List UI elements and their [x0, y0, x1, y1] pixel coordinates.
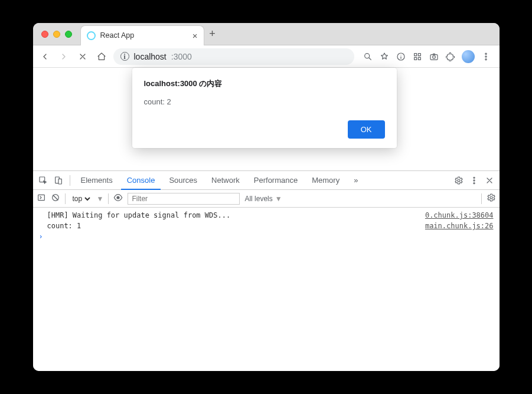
log-levels-select[interactable]: All levels ▼ [244, 195, 282, 203]
settings-icon[interactable] [452, 174, 465, 187]
extensions-icon[interactable] [445, 51, 456, 62]
url-port: :3000 [171, 52, 192, 61]
console-sidebar-toggle-icon[interactable] [37, 193, 46, 204]
svg-point-8 [485, 55, 486, 57]
url-host: localhost [134, 52, 167, 61]
extension-info-icon[interactable] [396, 51, 406, 62]
svg-point-7 [485, 53, 486, 54]
page-content: localhost:3000 の内容 count: 2 OK [33, 68, 500, 170]
close-window-button[interactable] [41, 31, 48, 38]
svg-point-13 [458, 179, 460, 182]
traffic-lights [33, 31, 80, 38]
tab-memory[interactable]: Memory [306, 171, 345, 190]
svg-rect-4 [414, 57, 416, 60]
react-favicon-icon [87, 31, 96, 40]
log-row: count: 1 main.chunk.js:26 [33, 221, 500, 231]
svg-point-14 [473, 177, 474, 178]
alert-dialog: localhost:3000 の内容 count: 2 OK [132, 68, 397, 148]
devtools-menu-icon[interactable] [468, 174, 481, 187]
tab-sources[interactable]: Sources [163, 171, 203, 190]
devtools-close-icon[interactable] [483, 174, 496, 187]
address-bar[interactable]: i localhost:3000 [113, 48, 354, 65]
console-settings-icon[interactable] [487, 193, 496, 204]
tab-network[interactable]: Network [205, 171, 246, 190]
device-toggle-icon[interactable] [52, 174, 65, 187]
camera-icon[interactable] [429, 51, 439, 62]
stop-button[interactable] [76, 50, 90, 64]
back-button[interactable] [38, 50, 52, 64]
svg-point-6 [432, 55, 435, 58]
console-toolbar: top ▼ All levels ▼ [33, 190, 500, 208]
qr-icon[interactable] [412, 51, 423, 62]
log-row: [HMR] Waiting for update signal from WDS… [33, 210, 500, 221]
toolbar-right [359, 50, 495, 63]
live-expression-icon[interactable] [113, 193, 123, 204]
console-prompt[interactable]: › [33, 231, 500, 242]
svg-point-15 [473, 179, 474, 180]
filter-input[interactable] [128, 193, 240, 205]
svg-point-20 [490, 196, 492, 199]
tab-elements[interactable]: Elements [75, 171, 119, 190]
maximize-window-button[interactable] [65, 31, 72, 38]
devtools-tabs: Elements Console Sources Network Perform… [33, 171, 500, 190]
context-select[interactable]: top [70, 192, 92, 205]
inspect-icon[interactable] [37, 174, 50, 187]
log-message: count: 1 [47, 222, 425, 230]
svg-rect-2 [414, 53, 416, 55]
devtools-panel: Elements Console Sources Network Perform… [33, 170, 500, 371]
ok-button[interactable]: OK [348, 120, 385, 139]
browser-tab[interactable]: React App × [80, 25, 204, 45]
log-source-link[interactable]: main.chunk.js:26 [425, 222, 494, 230]
new-tab-button[interactable]: + [204, 28, 221, 40]
svg-point-19 [117, 196, 119, 199]
tab-console[interactable]: Console [121, 171, 161, 190]
bookmark-icon[interactable] [379, 51, 390, 62]
tab-more[interactable]: » [348, 171, 364, 190]
clear-console-icon[interactable] [51, 193, 60, 204]
close-tab-button[interactable]: × [192, 31, 198, 41]
svg-point-16 [473, 182, 474, 183]
svg-rect-12 [58, 179, 61, 184]
console-body: [HMR] Waiting for update signal from WDS… [33, 208, 500, 371]
zoom-icon[interactable] [363, 51, 373, 62]
site-info-icon[interactable]: i [120, 52, 129, 61]
svg-rect-3 [418, 53, 420, 55]
tab-performance[interactable]: Performance [248, 171, 303, 190]
dialog-title: localhost:3000 の内容 [144, 78, 385, 89]
chrome-menu-icon[interactable] [481, 51, 491, 62]
titlebar: React App × + [33, 23, 500, 45]
dialog-message: count: 2 [144, 97, 385, 106]
minimize-window-button[interactable] [53, 31, 60, 38]
log-source-link[interactable]: 0.chunk.js:38604 [425, 211, 494, 219]
browser-window: React App × + i localhost:3000 localhost… [33, 23, 500, 371]
forward-button[interactable] [57, 50, 71, 64]
svg-point-9 [485, 58, 486, 60]
tab-title: React App [100, 31, 135, 40]
log-message: [HMR] Waiting for update signal from WDS… [47, 211, 425, 219]
profile-avatar[interactable] [462, 50, 475, 63]
home-button[interactable] [94, 50, 109, 64]
toolbar: i localhost:3000 [33, 45, 500, 68]
svg-point-0 [364, 53, 369, 58]
